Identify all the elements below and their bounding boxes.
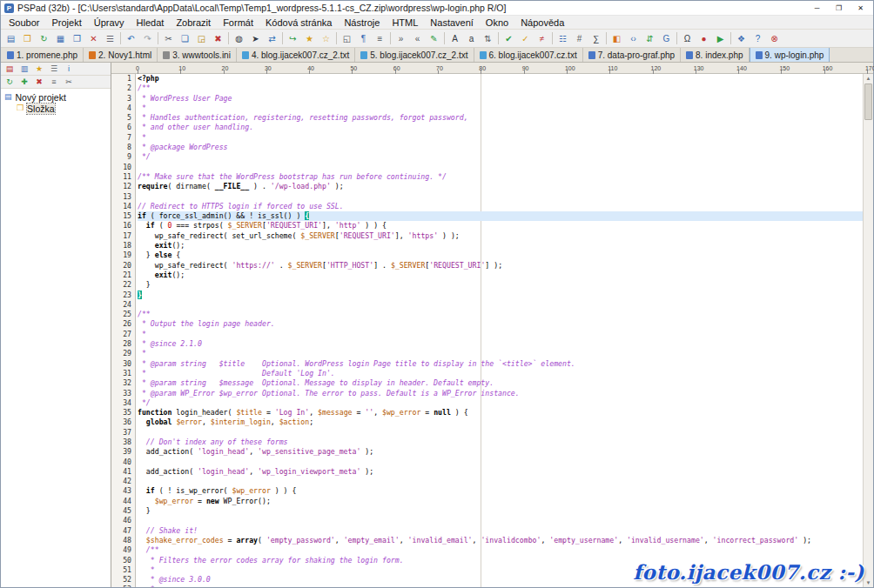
- code-line[interactable]: // Redirect to HTTPS login if forced to …: [138, 202, 863, 211]
- copy-button[interactable]: ❏: [177, 31, 193, 46]
- next-bookmark-button[interactable]: ☆: [318, 31, 334, 46]
- find-button[interactable]: ◍: [231, 31, 247, 46]
- line-numbers-button[interactable]: ≡: [372, 31, 388, 46]
- code-line[interactable]: function login_header( $title = 'Log In'…: [138, 408, 863, 418]
- menu-item-soubor[interactable]: Soubor: [3, 17, 45, 29]
- code-line[interactable]: /**: [138, 310, 863, 319]
- tab-3-wwwtools-ini[interactable]: 3. wwwtools.ini: [158, 48, 237, 62]
- explorer-panel-button[interactable]: ☰: [47, 63, 61, 75]
- code-area[interactable]: <?php/** * WordPress User Page * * Handl…: [136, 74, 863, 587]
- code-line[interactable]: exit();: [138, 271, 863, 280]
- html-tags-button[interactable]: ‹›: [625, 31, 642, 46]
- new-file-button[interactable]: ▤: [3, 31, 19, 46]
- code-line[interactable]: [138, 192, 863, 202]
- code-explorer-button[interactable]: ☷: [555, 31, 571, 46]
- code-line[interactable]: if ( force_ssl_admin() && ! is_ssl() ) {: [138, 211, 863, 221]
- code-line[interactable]: // Shake it!: [138, 526, 863, 536]
- spell-check-button[interactable]: ✓: [517, 31, 534, 46]
- menu-item-html[interactable]: HTML: [386, 17, 424, 29]
- code-line[interactable]: }: [138, 280, 863, 290]
- sort-lines-button[interactable]: ⇅: [480, 31, 496, 46]
- find-next-button[interactable]: ➤: [247, 31, 264, 46]
- indent-button[interactable]: »: [393, 31, 409, 46]
- scroll-up-arrow-icon[interactable]: ▲: [864, 74, 873, 83]
- code-line[interactable]: if ( 0 === strpos( $_SERVER['REQUEST_URI…: [138, 221, 863, 231]
- tab-4-blog-ijacek007-cz-2-txt[interactable]: 4. blog.ijacek007.cz_2.txt: [237, 48, 355, 62]
- code-line[interactable]: exit();: [138, 241, 863, 251]
- code-line[interactable]: <?php: [138, 74, 863, 84]
- tab-8-index-php[interactable]: 8. index.php: [681, 48, 750, 62]
- lowercase-button[interactable]: a: [463, 31, 480, 46]
- scrollbar-thumb[interactable]: [864, 84, 872, 120]
- code-line[interactable]: *: [138, 133, 863, 143]
- code-line[interactable]: *: [138, 585, 863, 587]
- save-file-button[interactable]: ▦: [52, 31, 69, 46]
- code-line[interactable]: [138, 516, 863, 525]
- cut-button[interactable]: ✂: [160, 31, 177, 46]
- menu-item-okno[interactable]: Okno: [480, 17, 514, 29]
- favorites-panel-button[interactable]: ★: [32, 63, 46, 75]
- menu-item-hledat[interactable]: Hledat: [131, 17, 171, 29]
- bookmark-button[interactable]: ★: [301, 31, 318, 46]
- code-line[interactable]: [138, 458, 863, 467]
- open-file-button[interactable]: ❒: [19, 31, 36, 46]
- code-line[interactable]: *: [138, 104, 863, 113]
- project-panel-button[interactable]: ▤: [3, 63, 17, 75]
- goto-line-button[interactable]: ↪: [285, 31, 301, 46]
- item-properties-button[interactable]: ≡: [47, 77, 61, 88]
- close-button[interactable]: ✕: [850, 2, 871, 15]
- info-panel-button[interactable]: i: [62, 63, 76, 75]
- close-file-button[interactable]: ✕: [85, 31, 102, 46]
- code-line[interactable]: wp_safe_redirect( set_url_scheme( $_SERV…: [138, 231, 863, 241]
- code-line[interactable]: wp_safe_redirect( 'https://' . $_SERVER[…: [138, 261, 863, 271]
- code-line[interactable]: /**: [138, 84, 863, 93]
- add-file-button[interactable]: ✚: [17, 77, 31, 88]
- code-line[interactable]: add_action( 'login_head', 'wp_login_view…: [138, 467, 863, 477]
- reload-file-button[interactable]: ↻: [36, 31, 52, 46]
- code-line[interactable]: [138, 477, 863, 486]
- print-button[interactable]: ☰: [102, 31, 118, 46]
- maximize-button[interactable]: ❐: [828, 2, 850, 15]
- redo-button[interactable]: ↷: [139, 31, 156, 46]
- code-line[interactable]: */: [138, 152, 863, 162]
- save-all-button[interactable]: ❐: [69, 31, 85, 46]
- code-line[interactable]: * @package WordPress: [138, 143, 863, 152]
- code-line[interactable]: * @since 2.1.0: [138, 339, 863, 349]
- paste-button[interactable]: ◲: [193, 31, 210, 46]
- code-line[interactable]: global $error, $interim_login, $action;: [138, 418, 863, 427]
- code-line[interactable]: * @param string $title Optional. WordPre…: [138, 359, 863, 369]
- word-wrap-button[interactable]: ¶: [355, 31, 372, 46]
- code-line[interactable]: */: [138, 398, 863, 408]
- html-preview-button[interactable]: ◧: [608, 31, 625, 46]
- help-button[interactable]: ?: [750, 31, 766, 46]
- tree-item-slo-ka[interactable]: ❒Složka: [1, 103, 111, 114]
- tab-7-data-pro-graf-php[interactable]: 7. data-pro-graf.php: [583, 48, 681, 62]
- tree-item-nov-projekt[interactable]: ▤Nový projekt: [1, 91, 111, 103]
- hex-editor-button[interactable]: #: [571, 31, 588, 46]
- files-panel-button[interactable]: ▥: [17, 63, 31, 75]
- remove-file-button[interactable]: ✖: [32, 77, 46, 88]
- code-line[interactable]: *: [138, 330, 863, 339]
- replace-button[interactable]: ⇄: [264, 31, 280, 46]
- menu-item-form-t[interactable]: Formát: [217, 17, 259, 29]
- undo-button[interactable]: ↶: [123, 31, 139, 46]
- menu-item-pravy[interactable]: Úpravy: [88, 17, 131, 29]
- cut-item-button[interactable]: ✂: [62, 77, 76, 88]
- code-line[interactable]: * WordPress User Page: [138, 94, 863, 104]
- tab-1-promene-php[interactable]: 1. promene.php: [2, 48, 84, 62]
- code-line[interactable]: } else {: [138, 251, 863, 260]
- vertical-scrollbar[interactable]: ▲ ▼: [863, 74, 873, 587]
- text-diff-button[interactable]: ≠: [534, 31, 550, 46]
- delete-button[interactable]: ✖: [210, 31, 226, 46]
- code-wrap[interactable]: <?php/** * WordPress User Page * * Handl…: [136, 74, 863, 587]
- menu-item-projekt[interactable]: Projekt: [45, 17, 87, 29]
- code-line[interactable]: [138, 428, 863, 438]
- code-line[interactable]: [138, 163, 863, 172]
- code-line[interactable]: * @param string $message Optional. Messa…: [138, 378, 863, 388]
- syntax-check-button[interactable]: ✔: [501, 31, 517, 46]
- code-line[interactable]: * Output the login page header.: [138, 319, 863, 329]
- code-line[interactable]: if ( ! is_wp_error( $wp_error ) ) {: [138, 486, 863, 496]
- code-line[interactable]: * Handles authentication, registering, r…: [138, 113, 863, 123]
- code-line[interactable]: }: [138, 291, 863, 300]
- minimize-button[interactable]: ─: [806, 2, 828, 15]
